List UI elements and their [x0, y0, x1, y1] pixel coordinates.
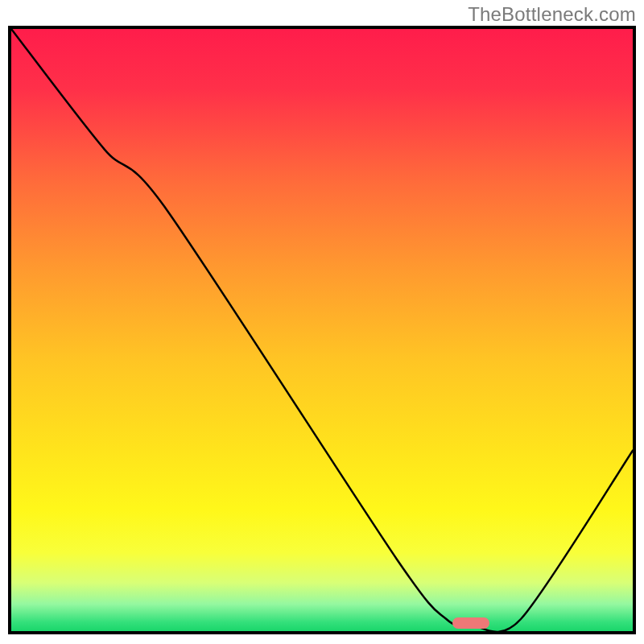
watermark-label: TheBottleneck.com — [468, 3, 636, 26]
optimum-marker — [452, 617, 489, 629]
bottleneck-curve — [11, 29, 633, 631]
chart-stage: TheBottleneck.com — [0, 0, 644, 644]
